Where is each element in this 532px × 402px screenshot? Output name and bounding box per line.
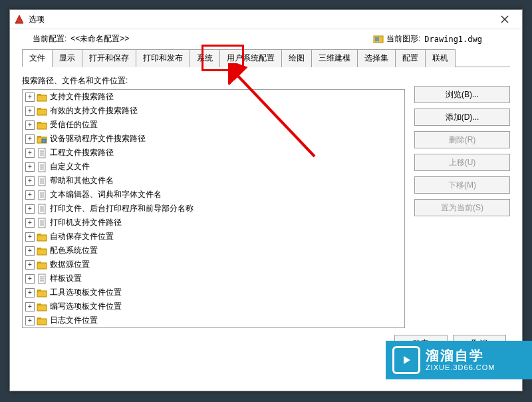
tab-draw[interactable]: 绘图: [281, 49, 312, 67]
tree-node[interactable]: +工具选项板文件位置: [23, 286, 404, 300]
expand-icon[interactable]: +: [25, 260, 35, 270]
svg-rect-4: [375, 37, 379, 41]
tree-node-label: 编写选项板文件位置: [50, 301, 122, 312]
watermark: 溜溜自学 ZIXUE.3D66.COM: [386, 341, 532, 379]
expand-icon[interactable]: +: [25, 176, 35, 186]
expand-icon[interactable]: +: [25, 302, 35, 311]
tab-online[interactable]: 联机: [425, 49, 456, 67]
close-button[interactable]: [491, 10, 518, 29]
expand-icon[interactable]: +: [25, 106, 35, 116]
tree-node[interactable]: +日志文件位置: [23, 313, 404, 327]
expand-icon[interactable]: +: [25, 93, 35, 102]
drawing-value: Drawing1.dwg: [424, 35, 482, 44]
add-button[interactable]: 添加(D)...: [414, 108, 510, 126]
side-buttons: 浏览(B)... 添加(D)... 删除(R) 上移(U) 下移(M) 置为当前…: [414, 74, 510, 328]
browse-button[interactable]: 浏览(B)...: [414, 86, 510, 103]
tree-node-label: 配色系统位置: [50, 245, 98, 256]
tree-node-label: 自动保存文件位置: [50, 231, 114, 242]
expand-icon[interactable]: +: [25, 288, 35, 298]
tree-node[interactable]: +打印机支持文件路径: [23, 216, 404, 230]
remove-button[interactable]: 删除(R): [414, 131, 510, 148]
tree-node-label: 样板设置: [50, 273, 82, 284]
expand-icon[interactable]: +: [25, 148, 35, 158]
watermark-title: 溜溜自学: [426, 347, 495, 363]
tab-selection[interactable]: 选择集: [357, 49, 396, 67]
close-icon: [501, 15, 509, 23]
tree-node-label: 数据源位置: [50, 259, 90, 270]
titlebar: 选项: [10, 10, 522, 29]
tab-files[interactable]: 文件: [22, 49, 53, 67]
tree-node-label: 自定义文件: [50, 161, 90, 172]
tree-node[interactable]: +文本编辑器、词典和字体文件名: [23, 188, 404, 202]
expand-icon[interactable]: +: [25, 274, 35, 284]
svg-rect-45: [37, 263, 47, 269]
tab-display[interactable]: 显示: [52, 49, 82, 67]
expand-icon[interactable]: +: [25, 120, 35, 130]
expand-icon[interactable]: +: [25, 316, 35, 325]
document-icon: [37, 162, 47, 172]
tree-node[interactable]: +工程文件搜索路径: [23, 146, 404, 160]
tree-node-label: 支持文件搜索路径: [50, 91, 114, 102]
svg-rect-15: [42, 139, 46, 142]
tree-node[interactable]: +配色系统位置: [23, 244, 404, 258]
folder-icon: [37, 288, 47, 298]
tree-node[interactable]: +自定义文件: [23, 160, 404, 174]
expand-icon[interactable]: +: [25, 246, 35, 256]
document-icon: [37, 218, 47, 228]
tree-node-label: 打印文件、后台打印程序和前导部分名称: [50, 203, 194, 214]
tree-node[interactable]: +支持文件搜索路径: [23, 90, 404, 104]
drawing-label: 当前图形:: [386, 33, 420, 45]
expand-icon[interactable]: +: [25, 218, 35, 228]
document-icon: [37, 274, 47, 284]
svg-rect-12: [37, 123, 47, 129]
movedown-button[interactable]: 下移(M): [414, 176, 510, 194]
svg-marker-0: [15, 15, 23, 23]
svg-rect-10: [37, 109, 47, 115]
drawing-icon: [373, 34, 384, 45]
tree-node[interactable]: +数据源位置: [23, 258, 404, 272]
config-label: 当前配置:: [33, 33, 66, 45]
svg-rect-51: [37, 291, 47, 297]
tree-node[interactable]: +自动保存文件位置: [23, 230, 404, 244]
tree-node[interactable]: +帮助和其他文件名: [23, 174, 404, 188]
tree-node-label: 工程文件搜索路径: [50, 147, 114, 158]
tree-node[interactable]: +打印文件、后台打印程序和前导部分名称: [23, 202, 404, 216]
tree-view[interactable]: +支持文件搜索路径+有效的支持文件搜索路径+受信任的位置+设备驱动程序文件搜索路…: [22, 89, 405, 328]
tree-node-label: 受信任的位置: [50, 119, 98, 130]
svg-rect-41: [37, 235, 47, 241]
tree-node-label: 有效的支持文件搜索路径: [50, 105, 138, 116]
watermark-url: ZIXUE.3D66.COM: [426, 363, 495, 372]
setcurrent-button[interactable]: 置为当前(S): [414, 199, 510, 216]
play-icon: [400, 354, 412, 366]
document-icon: [37, 176, 47, 186]
folder-icon: [37, 232, 47, 242]
expand-icon[interactable]: +: [25, 190, 35, 200]
tab-profile[interactable]: 配置: [395, 49, 426, 67]
folder-icon: [37, 302, 47, 312]
tree-node-label: 文本编辑器、词典和字体文件名: [50, 189, 162, 200]
tab-opensave[interactable]: 打开和保存: [82, 49, 136, 67]
moveup-button[interactable]: 上移(U): [414, 154, 510, 171]
folder-icon: [37, 315, 47, 326]
expand-icon[interactable]: +: [25, 232, 35, 242]
tree-node[interactable]: +设备驱动程序文件搜索路径: [23, 132, 404, 146]
tree-node[interactable]: +有效的支持文件搜索路径: [23, 104, 404, 118]
tree-heading: 搜索路径、文件名和文件位置:: [22, 75, 405, 87]
svg-rect-43: [37, 249, 47, 255]
tree-node-label: 打印机支持文件路径: [50, 217, 122, 228]
svg-rect-55: [37, 319, 47, 325]
options-dialog: 选项 当前配置: <<未命名配置>> 当前图形: Drawing1.dwg 文件…: [9, 9, 523, 391]
folder-icon: [37, 120, 47, 130]
tab-system[interactable]: 系统: [190, 49, 220, 67]
expand-icon[interactable]: +: [25, 204, 35, 214]
tree-node-label: 帮助和其他文件名: [50, 175, 114, 186]
tab-print[interactable]: 打印和发布: [136, 49, 190, 67]
tab-3dmodel[interactable]: 三维建模: [311, 49, 358, 67]
tree-node[interactable]: +编写选项板文件位置: [23, 300, 404, 313]
tree-node[interactable]: +受信任的位置: [23, 118, 404, 132]
expand-icon[interactable]: +: [25, 162, 35, 172]
expand-icon[interactable]: +: [25, 134, 35, 144]
tab-userpref[interactable]: 用户系统配置: [219, 49, 282, 67]
tree-node[interactable]: +样板设置: [23, 272, 404, 286]
info-row: 当前配置: <<未命名配置>> 当前图形: Drawing1.dwg: [10, 29, 522, 46]
